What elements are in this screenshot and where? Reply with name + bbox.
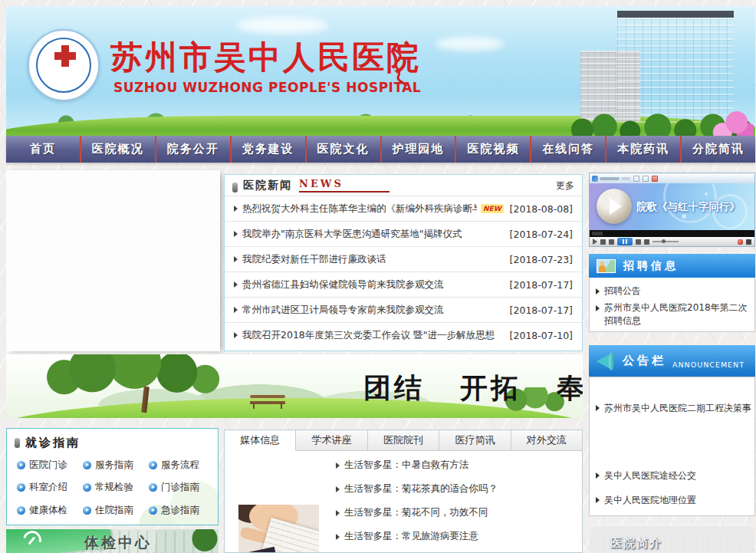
news-item-text: 我院举办"南京医科大学医患沟通研究基地"揭牌仪式 (242, 228, 462, 241)
hospital-song-title: 院歌《与红十字同行》 (636, 200, 740, 214)
hospital-intro-title: 医院简介 (610, 536, 662, 551)
news-header: 医院新闻 NEWS 更多 (225, 175, 582, 196)
player-title-text (600, 177, 620, 180)
arrow-bullet-icon (336, 486, 340, 492)
volume-knob[interactable] (662, 239, 666, 243)
news-item[interactable]: 热烈祝贺大外科主任陈革华主编的《新编外科疾病诊断与治 NEW [2018-08-… (225, 196, 582, 221)
guide-link-departments[interactable]: 科室介绍 (17, 481, 83, 494)
checkup-center-title: 体检中心 (84, 533, 152, 553)
building-flowers (697, 100, 754, 136)
news-item[interactable]: 我院举办"南京医科大学医患沟通研究基地"揭牌仪式 [2018-07-24] (225, 221, 582, 246)
media-article-list: 生活智多星：中暑自救有方法 生活智多星：菊花茶真的适合你吗？ 生活智多星：菊花不… (336, 459, 576, 543)
tab-medical-briefs[interactable]: 医疗简讯 (439, 430, 511, 451)
play-icon (610, 198, 622, 215)
close-button[interactable] (652, 176, 658, 182)
motto-word: 开拓 (460, 370, 521, 407)
media-article-link[interactable]: 生活智多星：菊花不同，功效不同 (336, 506, 576, 519)
guide-link-label: 门诊指南 (161, 481, 199, 494)
recruitment-header: 招聘信息 (589, 254, 755, 278)
guide-link-emergency-guide[interactable]: 急诊指南 (149, 504, 215, 517)
visit-guide-panel: 就诊指南 医院门诊 服务指南 服务流程 科室介绍 常规检验 门诊指南 健康体检 … (6, 428, 219, 525)
next-button[interactable] (636, 239, 641, 245)
player-logo-icon (592, 176, 598, 182)
guide-link-health-checkup[interactable]: 健康体检 (17, 504, 83, 517)
tab-media-info[interactable]: 媒体信息 (225, 430, 296, 451)
nav-item-home[interactable]: 首页 (6, 136, 80, 163)
recruitment-item[interactable]: 苏州市吴中人民医院2018年第二次招聘信息 (596, 301, 748, 328)
nav-item-nursing[interactable]: 护理园地 (380, 136, 455, 163)
checkup-center-banner[interactable]: 体检中心 (6, 529, 219, 553)
news-item[interactable]: 我院召开2018年度第三次党委工作会议 暨"进一步解放思想 [2018-07-1… (225, 322, 582, 347)
player-info-strip (590, 230, 754, 237)
section-bullet-icon (15, 438, 20, 448)
nav-item-overview[interactable]: 医院概况 (80, 136, 155, 163)
visit-guide-title: 就诊指南 (25, 436, 81, 450)
player-subtitle-text (621, 177, 630, 180)
guide-link-label: 健康体检 (29, 504, 67, 517)
tree-decoration (43, 354, 219, 396)
guide-link-outpatient[interactable]: 医院门诊 (17, 459, 83, 472)
tab-academic-lectures[interactable]: 学术讲座 (296, 430, 367, 451)
media-article-text: 生活智多星：常见旅游病要注意 (344, 530, 478, 543)
recruitment-item[interactable]: 招聘公告 (596, 285, 748, 298)
nav-item-pharmacy[interactable]: 本院药讯 (605, 136, 680, 163)
guide-link-service-guide[interactable]: 服务指南 (83, 459, 149, 472)
music-note-icon (682, 214, 686, 219)
news-item[interactable]: 贵州省德江县妇幼保健院领导前来我院参观交流 [2018-07-17] (225, 272, 582, 297)
bench-leg (253, 403, 255, 409)
news-item-text: 常州市武进区卫计局领导专家前来我院参观交流 (242, 304, 444, 317)
volume-slider[interactable] (652, 241, 679, 242)
person-icon (599, 265, 606, 272)
news-more-link[interactable]: 更多 (556, 179, 574, 193)
tab-hospital-journal[interactable]: 医院院刊 (368, 430, 439, 451)
guide-link-service-flow[interactable]: 服务流程 (149, 459, 215, 472)
news-item[interactable]: 常州市武进区卫计局领导专家前来我院参观交流 [2018-07-17] (225, 297, 582, 322)
playlist-button[interactable] (644, 239, 649, 245)
guide-link-label: 服务指南 (95, 459, 133, 472)
hospital-logo[interactable] (28, 29, 100, 101)
media-article-link[interactable]: 生活智多星：常见旅游病要注意 (336, 530, 576, 543)
guide-link-label: 医院门诊 (29, 459, 67, 472)
tab-external-exchange[interactable]: 对外交流 (511, 430, 582, 451)
nav-item-affairs[interactable]: 院务公开 (155, 136, 230, 163)
arrow-bullet-icon (234, 281, 238, 288)
restore-button[interactable] (643, 176, 649, 182)
megaphone-icon (595, 352, 618, 370)
media-tabs-panel: 媒体信息 学术讲座 医院院刊 医疗简讯 对外交流 生活智多星：中暑自救有方法 生… (224, 430, 583, 553)
hospital-intro-card[interactable]: 医院简介 (589, 525, 755, 553)
media-article-text: 生活智多星：中暑自救有方法 (344, 459, 469, 472)
announcement-item[interactable]: 苏州市吴中人民医院二期工程决策事 (596, 402, 751, 414)
pause-button[interactable] (617, 238, 633, 245)
guide-link-clinic-guide[interactable]: 门诊指南 (149, 481, 215, 494)
media-article-link[interactable]: 生活智多星：中暑自救有方法 (336, 459, 576, 472)
visit-guide-grid: 医院门诊 服务指南 服务流程 科室介绍 常规检验 门诊指南 健康体检 住院指南 … (17, 454, 215, 522)
nav-item-culture[interactable]: 医院文化 (305, 136, 380, 163)
minimize-button[interactable] (633, 176, 639, 182)
header-banner: 苏州市吴中人民医院 SUZHOU WUZHONG PEOPLE'S HOSPIT… (6, 6, 755, 136)
red-cross-icon (54, 52, 76, 60)
circle-arrow-icon (83, 506, 91, 515)
fullscreen-button[interactable] (746, 239, 751, 245)
nav-item-branch[interactable]: 分院简讯 (680, 136, 755, 163)
nav-item-videos[interactable]: 医院视频 (455, 136, 530, 163)
announcement-item[interactable]: 吴中人民医院途经公交 (596, 469, 751, 482)
announcement-item[interactable]: 吴中人民医院地理位置 (596, 494, 751, 506)
nav-item-qa[interactable]: 在线问答 (530, 136, 605, 163)
video-screen[interactable]: 院歌《与红十字同行》 (590, 183, 754, 230)
media-article-link[interactable]: 生活智多星：菊花茶真的适合你吗？ (336, 482, 576, 495)
water-waves-icon (38, 67, 90, 91)
play-button[interactable] (597, 189, 632, 224)
hospital-motto: 团结 开拓 奉献 (363, 370, 583, 407)
nav-item-party[interactable]: 党务建设 (230, 136, 305, 163)
news-item[interactable]: 我院纪委对新任干部进行廉政谈话 [2018-07-23] (225, 246, 582, 272)
record-button[interactable] (738, 239, 743, 245)
circle-arrow-icon (149, 461, 157, 469)
arrow-bullet-icon (336, 462, 340, 469)
guide-link-inpatient-guide[interactable]: 住院指南 (83, 504, 149, 517)
stop-button[interactable] (600, 239, 606, 245)
circle-arrow-icon (17, 506, 25, 515)
guide-link-routine-tests[interactable]: 常规检验 (83, 481, 149, 494)
circle-arrow-icon (83, 461, 91, 469)
menu-dropdown-icon[interactable] (593, 239, 597, 245)
previous-button[interactable] (609, 239, 614, 245)
